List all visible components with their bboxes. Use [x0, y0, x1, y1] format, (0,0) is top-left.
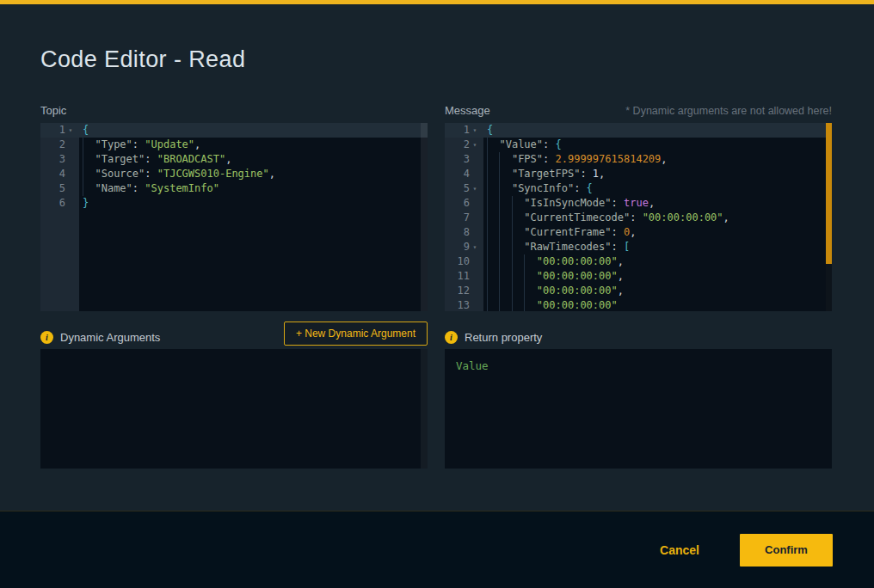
fold-arrow-icon[interactable]: ▾ — [470, 181, 480, 196]
indent-guide — [512, 196, 524, 211]
code-token: "BROADCAST" — [157, 153, 225, 165]
indent-guide — [487, 196, 499, 211]
code-token: , — [661, 153, 667, 165]
indent-guide — [487, 298, 499, 311]
code-line[interactable]: 1▾{ — [445, 123, 832, 138]
code-token: , — [630, 226, 636, 238]
code-token: "Type" — [95, 138, 132, 150]
fold-spacer — [470, 211, 480, 225]
code-token: "00:00:00:00" — [537, 255, 618, 267]
indent-guide — [487, 225, 499, 240]
message-scrollbar-thumb[interactable] — [826, 123, 832, 264]
indent-guide — [499, 152, 511, 167]
line-number: 10 — [445, 254, 483, 269]
fold-arrow-icon[interactable]: ▾ — [65, 123, 76, 138]
code-token: "Target" — [95, 153, 145, 165]
code-token: "SyncInfo" — [512, 182, 574, 194]
indent-guide — [487, 152, 499, 167]
line-number: 1▾ — [40, 123, 79, 138]
code-line[interactable]: 1▾{ — [40, 123, 428, 138]
line-number: 3 — [445, 152, 483, 167]
fold-spacer — [470, 298, 480, 311]
code-line[interactable]: 2 "Type": "Update", — [40, 138, 428, 152]
code-line[interactable]: 2▾ "Value": { — [445, 138, 832, 152]
topic-label: Topic — [40, 104, 66, 117]
fold-spacer — [470, 284, 480, 298]
code-token: : — [612, 197, 624, 209]
indent-guide — [512, 269, 524, 284]
indent-guide — [499, 284, 511, 298]
indent-guide — [524, 298, 536, 311]
line-number: 2▾ — [445, 138, 483, 152]
fold-arrow-icon[interactable]: ▾ — [470, 240, 480, 254]
indent-guide — [83, 152, 95, 167]
code-token: "TargetFPS" — [512, 168, 580, 180]
code-token: : — [145, 168, 157, 180]
return-property-label: Return property — [465, 331, 542, 344]
code-line[interactable]: 4 "Source": "TJCGWS010-Engine", — [40, 167, 428, 181]
topic-scrollbar-track[interactable] — [421, 123, 428, 311]
code-line[interactable]: 13 "00:00:00:00" — [445, 298, 832, 311]
line-number: 13 — [445, 298, 483, 311]
indent-guide — [499, 167, 511, 181]
indent-guide — [512, 254, 524, 269]
code-token: : — [543, 153, 555, 165]
code-token: "00:00:00:00" — [537, 270, 618, 282]
fold-spacer — [65, 196, 76, 211]
code-line[interactable]: 3 "Target": "BROADCAST", — [40, 152, 428, 167]
fold-spacer — [470, 269, 480, 284]
code-line[interactable]: 11 "00:00:00:00", — [445, 269, 832, 284]
code-line[interactable]: 8 "CurrentFrame": 0, — [445, 225, 832, 240]
indent-guide — [512, 298, 524, 311]
confirm-button[interactable]: Confirm — [740, 534, 833, 567]
code-token: , — [618, 255, 624, 267]
indent-guide — [83, 167, 95, 181]
code-token: "Source" — [95, 168, 145, 180]
code-token: : — [132, 138, 145, 150]
fold-spacer — [65, 138, 76, 152]
code-token: "SystemInfo" — [145, 182, 219, 194]
code-token: { — [487, 124, 493, 136]
dynamic-arguments-header: i Dynamic Arguments — [40, 330, 160, 344]
code-token: [ — [624, 241, 630, 253]
indent-guide — [499, 211, 511, 225]
code-token: "RawTimecodes" — [524, 241, 611, 253]
code-token: , — [269, 168, 275, 180]
dynamic-arguments-note: * Dynamic arguments are not allowed here… — [625, 105, 832, 117]
code-token: "IsInSyncMode" — [524, 197, 611, 209]
cancel-button[interactable]: Cancel — [660, 543, 699, 557]
code-token: "TJCGWS010-Engine" — [157, 168, 269, 180]
indent-guide — [512, 240, 524, 254]
new-dynamic-argument-button[interactable]: + New Dynamic Argument — [284, 322, 428, 346]
fold-arrow-icon[interactable]: ▾ — [470, 123, 480, 138]
return-property-header: i Return property — [445, 330, 542, 344]
message-scrollbar-track[interactable] — [826, 123, 832, 311]
code-line[interactable]: 12 "00:00:00:00", — [445, 284, 832, 298]
line-number: 1▾ — [445, 123, 483, 138]
code-line[interactable]: 9▾ "RawTimecodes": [ — [445, 240, 832, 254]
code-token: , — [225, 153, 231, 165]
dynamic-arguments-scrollbar-track[interactable] — [421, 349, 428, 469]
top-accent-bar — [0, 0, 874, 4]
code-line[interactable]: 6 "IsInSyncMode": true, — [445, 196, 832, 211]
indent-guide — [487, 254, 499, 269]
indent-guide — [499, 196, 511, 211]
dialog-footer: Cancel Confirm — [0, 511, 874, 588]
line-number: 4 — [40, 167, 79, 181]
code-line[interactable]: 5▾ "SyncInfo": { — [445, 181, 832, 196]
return-property-field[interactable]: Value — [445, 349, 832, 469]
message-code-editor[interactable]: 1▾{2▾ "Value": {3 "FPS": 2.9999976158142… — [445, 123, 832, 311]
code-line[interactable]: 6} — [40, 196, 428, 211]
code-line[interactable]: 7 "CurrentTimecode": "00:00:00:00", — [445, 211, 832, 225]
code-token: , — [599, 168, 605, 180]
code-token: , — [618, 285, 624, 297]
code-line[interactable]: 3 "FPS": 2.999997615814209, — [445, 152, 832, 167]
code-token: "Value" — [499, 138, 543, 150]
code-line[interactable]: 5 "Name": "SystemInfo" — [40, 181, 428, 196]
topic-code-editor[interactable]: 1▾{2 "Type": "Update",3 "Target": "BROAD… — [40, 123, 428, 311]
indent-guide — [499, 240, 511, 254]
code-line[interactable]: 10 "00:00:00:00", — [445, 254, 832, 269]
code-token: true — [624, 197, 649, 209]
code-line[interactable]: 4 "TargetFPS": 1, — [445, 167, 832, 181]
fold-arrow-icon[interactable]: ▾ — [470, 138, 480, 152]
